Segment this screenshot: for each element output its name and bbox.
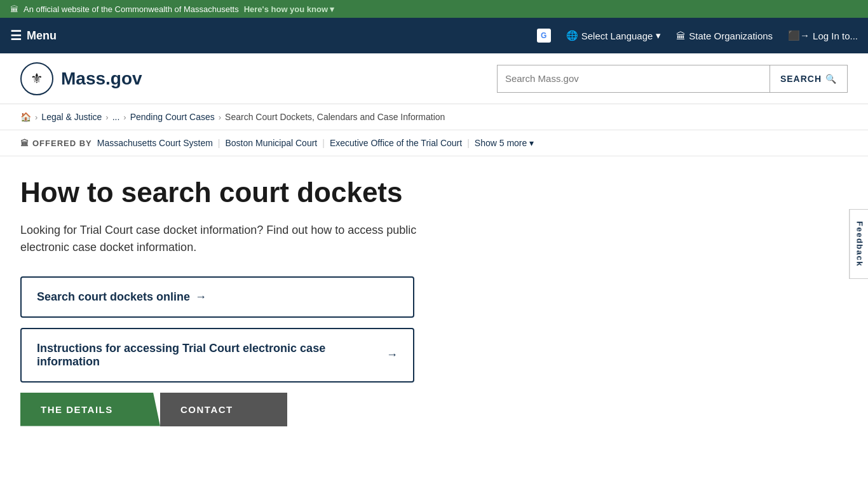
login-icon: ⬛→ [788,30,810,41]
breadcrumb-ellipsis[interactable]: ... [112,112,120,122]
chevron-down-icon: ▾ [529,138,534,148]
hamburger-icon: ☰ [10,28,22,43]
heres-how-link[interactable]: Here's how you know ▾ [244,4,334,14]
breadcrumb: 🏠 › Legal & Justice › ... › Pending Cour… [0,104,868,130]
logo[interactable]: ⚜ Mass.gov [20,62,142,95]
state-organizations-link[interactable]: 🏛 State Organizations [676,30,773,41]
building-icon: 🏛 [20,139,29,148]
breadcrumb-legal-justice[interactable]: Legal & Justice [41,112,102,122]
tab-contact[interactable]: CONTACT [160,393,287,426]
offered-by-label: 🏛 OFFERED BY [20,139,92,148]
page-title: How to search court dockets [20,177,590,209]
breadcrumb-pending-cases[interactable]: Pending Court Cases [130,112,215,122]
tab-details[interactable]: THE DETAILS [20,393,160,426]
nav-right: G 🌐 Select Language ▾ 🏛 State Organizati… [537,29,858,43]
site-header: ⚜ Mass.gov SEARCH 🔍 [0,53,868,104]
breadcrumb-sep: › [35,112,37,122]
google-translate-icon: G [537,29,551,43]
page-subtitle: Looking for Trial Court case docket info… [20,222,465,256]
top-banner: 🏛 An official website of the Commonwealt… [0,0,868,18]
home-link[interactable]: 🏠 [20,112,31,122]
breadcrumb-current: Search Court Dockets, Calendars and Case… [225,112,445,122]
banner-icon: 🏛 [10,4,18,14]
menu-button[interactable]: ☰ Menu [10,28,57,43]
main-content: How to search court dockets Looking for … [0,156,610,447]
search-area: SEARCH 🔍 [497,65,848,93]
offered-by-bar: 🏛 OFFERED BY Massachusetts Court System … [0,130,868,156]
org-link-mcs[interactable]: Massachusetts Court System [97,138,213,148]
search-input[interactable] [497,65,770,93]
breadcrumb-sep: › [123,112,126,122]
breadcrumb-sep: › [105,112,108,122]
site-name: Mass.gov [61,69,142,89]
search-dockets-link[interactable]: Search court dockets online → [37,290,207,304]
banner-official-text: An official website of the Commonwealth … [24,4,239,14]
arrow-icon: → [386,348,398,362]
action-card-instructions[interactable]: Instructions for accessing Trial Court e… [20,328,414,383]
nav-bar: ☰ Menu G 🌐 Select Language ▾ 🏛 State Org… [0,18,868,53]
instructions-link[interactable]: Instructions for accessing Trial Court e… [37,342,398,369]
chevron-down-icon: ▾ [330,4,334,14]
login-link[interactable]: ⬛→ Log In to... [788,30,858,41]
home-icon: 🏠 [20,112,31,122]
org-link-bmc[interactable]: Boston Municipal Court [226,138,318,148]
building-icon: 🏛 [676,30,686,41]
search-icon: 🔍 [825,74,837,84]
action-card-search[interactable]: Search court dockets online → [20,276,414,318]
breadcrumb-sep: › [219,112,221,122]
search-button[interactable]: SEARCH 🔍 [770,65,848,93]
org-link-eotc[interactable]: Executive Office of the Trial Court [330,138,462,148]
select-language-link[interactable]: 🌐 Select Language ▾ [566,30,661,41]
globe-icon: 🌐 [566,30,578,41]
arrow-icon: → [195,290,207,304]
logo-seal: ⚜ [20,62,53,95]
bottom-tabs: THE DETAILS CONTACT [20,393,590,426]
show-more-button[interactable]: Show 5 more ▾ [475,138,534,148]
feedback-tab[interactable]: Feedback [850,209,868,279]
chevron-down-icon: ▾ [656,30,661,41]
